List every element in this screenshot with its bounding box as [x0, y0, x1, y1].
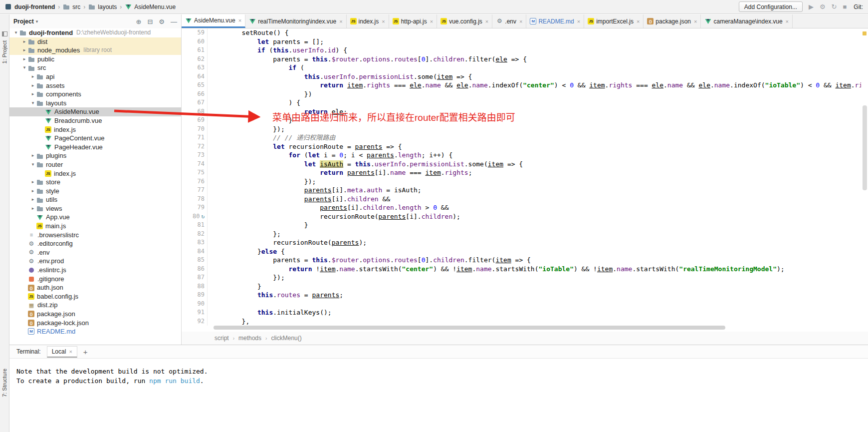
line-number[interactable]: 76	[182, 177, 208, 186]
close-icon[interactable]: ×	[238, 17, 241, 23]
editor-breadcrumb-item[interactable]: script	[215, 335, 229, 342]
tree-item[interactable]: {}package-lock.json	[9, 319, 181, 328]
code-line[interactable]: 72 let recursionRoute = parents => {	[182, 142, 861, 151]
tree-item[interactable]: ▸components	[9, 90, 181, 99]
tool-window-structure-button[interactable]: 7: Structure	[1, 369, 7, 397]
editor-tab[interactable]: {}package.json×	[644, 14, 701, 28]
chevron-right-icon[interactable]: ▸	[21, 46, 28, 55]
stop-icon[interactable]: ■	[843, 3, 847, 10]
line-number[interactable]: 81	[182, 221, 208, 230]
close-icon[interactable]: ×	[786, 18, 789, 24]
editor-tab[interactable]: JSimportExcel.js×	[584, 14, 644, 28]
new-terminal-icon[interactable]: +	[83, 348, 88, 356]
git-branch-label[interactable]: Git:	[854, 3, 863, 10]
line-number[interactable]: 60	[182, 37, 208, 46]
code-line[interactable]: 66 })	[182, 90, 861, 99]
project-panel-title[interactable]: Project	[13, 18, 34, 25]
line-number[interactable]: 71	[182, 133, 208, 142]
tree-item[interactable]: ⚙.env	[9, 248, 181, 257]
code-line[interactable]: 88 }	[182, 282, 861, 291]
tree-item[interactable]: ▸store	[9, 178, 181, 187]
chevron-right-icon[interactable]: ▸	[29, 195, 36, 204]
line-number[interactable]: 65	[182, 81, 208, 90]
line-number[interactable]: 89	[182, 291, 208, 300]
breadcrumb-item[interactable]: src	[63, 3, 80, 10]
tree-item[interactable]: ⚙.env.prod	[9, 257, 181, 266]
code-line[interactable]: 63 if (	[182, 63, 861, 72]
line-number[interactable]: 72	[182, 142, 208, 151]
code-line[interactable]: 61 if (this.userInfo.id) {	[182, 46, 861, 55]
line-number[interactable]: 77	[182, 186, 208, 195]
close-icon[interactable]: ×	[430, 18, 433, 24]
editor-breadcrumb-item[interactable]: clickMenu()	[271, 335, 301, 342]
tree-item[interactable]: JSindex.js	[9, 169, 181, 178]
line-number[interactable]: 82	[182, 230, 208, 239]
tool-window-icon[interactable]	[2, 31, 7, 36]
code-line[interactable]: 81 }	[182, 221, 861, 230]
run-icon[interactable]: ▶	[809, 3, 814, 10]
tree-item[interactable]: ▸style	[9, 187, 181, 196]
tree-item[interactable]: ⚙.editorconfig	[9, 239, 181, 248]
line-number[interactable]: 87	[182, 273, 208, 282]
line-number[interactable]: 63	[182, 63, 208, 72]
line-number[interactable]: 83	[182, 238, 208, 247]
tree-item[interactable]: {}auth.json	[9, 283, 181, 292]
close-icon[interactable]: ×	[694, 18, 697, 24]
tree-item[interactable]: ▾layouts	[9, 99, 181, 108]
locate-file-icon[interactable]: ⊕	[136, 18, 142, 25]
code-line[interactable]: 73 for (let i = 0; i < parents.length; i…	[182, 151, 861, 160]
chevron-right-icon[interactable]: ▸	[29, 151, 36, 160]
chevron-right-icon[interactable]: ▸	[29, 72, 36, 81]
tree-item[interactable]: ≡.browserslistrc	[9, 231, 181, 240]
tool-window-project-button[interactable]: 1: Project	[1, 40, 7, 63]
panel-settings-gear-icon[interactable]: ⚙	[159, 18, 165, 25]
tree-item[interactable]: PageHeader.vue	[9, 143, 181, 152]
line-number[interactable]: 67	[182, 98, 208, 107]
tree-item[interactable]: ▸public	[9, 55, 181, 64]
close-icon[interactable]: ×	[339, 18, 342, 24]
breadcrumb-item[interactable]: layouts	[88, 3, 117, 10]
code-line[interactable]: 65 return item.rights === ele.name && el…	[182, 81, 861, 90]
tree-item[interactable]: ▦dist.zip	[9, 301, 181, 310]
collapse-all-icon[interactable]: ⊟	[147, 18, 153, 25]
line-number[interactable]: 68	[182, 107, 208, 116]
code-line[interactable]: 77 parents[i].meta.auth = isAuth;	[182, 186, 861, 195]
vertical-scrollbar[interactable]	[863, 30, 867, 329]
code-line[interactable]: 92 },	[182, 317, 861, 326]
code-line[interactable]: 89 this.routes = parents;	[182, 291, 861, 300]
code-line[interactable]: 76 });	[182, 177, 861, 186]
code-line[interactable]: 82 };	[182, 230, 861, 239]
breadcrumb-item[interactable]: AsideMenu.vue	[125, 3, 176, 10]
line-number[interactable]: 59	[182, 28, 208, 37]
line-number[interactable]: 80↻	[182, 212, 208, 221]
close-icon[interactable]: ×	[69, 349, 72, 355]
vertical-scrollbar-thumb[interactable]	[863, 105, 867, 190]
editor-tab[interactable]: realTimeMonitoring\index.vue×	[245, 14, 346, 28]
code-line[interactable]: 67 ) {	[182, 98, 861, 107]
line-number[interactable]: 84	[182, 247, 208, 256]
line-number[interactable]: 85	[182, 256, 208, 265]
code-line[interactable]: 59 setRoute() {	[182, 28, 861, 37]
close-icon[interactable]: ×	[485, 18, 488, 24]
chevron-down-icon[interactable]: ▾	[29, 99, 36, 108]
tree-item[interactable]: App.vue	[9, 213, 181, 222]
line-number[interactable]: 66	[182, 90, 208, 99]
chevron-down-icon[interactable]: ▾	[12, 28, 19, 37]
chevron-down-icon[interactable]: ▾	[36, 19, 38, 24]
code-line[interactable]: 85 parents = this.$router.options.routes…	[182, 256, 861, 265]
tree-item[interactable]: .eslintrc.js	[9, 266, 181, 275]
rerun-icon[interactable]: ↻	[832, 3, 837, 10]
code-line[interactable]: 87 });	[182, 273, 861, 282]
tree-item[interactable]: ▸assets	[9, 81, 181, 90]
code-line[interactable]: 64 this.userInfo.permissionList.some(ite…	[182, 72, 861, 81]
line-number[interactable]: 90	[182, 300, 208, 309]
editor-tab[interactable]: MREADME.md×	[526, 14, 584, 28]
line-number[interactable]: 70	[182, 125, 208, 134]
chevron-right-icon[interactable]: ▸	[29, 90, 36, 99]
tree-item[interactable]: MREADME.md	[9, 327, 181, 336]
tree-item[interactable]: AsideMenu.vue	[9, 107, 181, 116]
code-line[interactable]: 79 parents[i].children.length > 0 &&	[182, 203, 861, 212]
code-line[interactable]: 80↻ recursionRoute(parents[i].children);	[182, 212, 861, 221]
editor-tab[interactable]: JShttp-api.js×	[389, 14, 437, 28]
terminal-output[interactable]: Note that the development build is not o…	[9, 359, 868, 386]
